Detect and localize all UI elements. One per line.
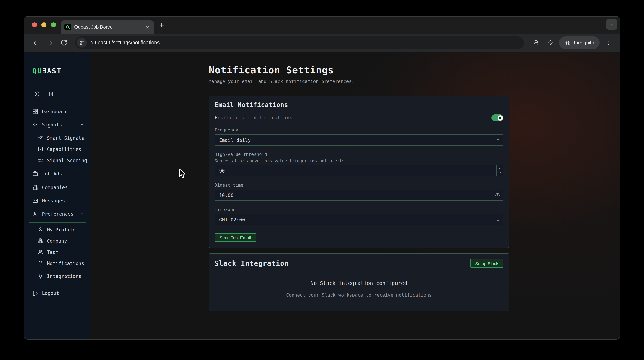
queast-logo: QUƎAST	[32, 67, 90, 75]
sidebar-collapse-button[interactable]	[46, 89, 55, 98]
digest-time-value: 10:00	[219, 192, 234, 198]
url-text: qu.east.fi/settings/notifications	[90, 40, 160, 46]
threshold-input[interactable]: 90	[214, 165, 503, 176]
slack-card-title: Slack Integration	[214, 259, 289, 267]
main-content: Notification Settings Manage your email …	[90, 52, 620, 340]
number-spinner[interactable]	[496, 165, 503, 176]
tab-strip: Queast Job Board	[24, 16, 620, 33]
clock-icon[interactable]	[495, 193, 500, 198]
user-icon	[38, 227, 43, 232]
divider	[29, 285, 85, 285]
timezone-label: Timezone	[214, 207, 503, 212]
sidebar-item-messages[interactable]: Messages	[24, 195, 90, 206]
sidebar-item-signal-scoring[interactable]: Signal Scoring	[24, 155, 90, 166]
chevron-down-icon	[80, 122, 84, 127]
timezone-select[interactable]: GMT+02:00	[214, 214, 503, 225]
divider	[29, 221, 86, 223]
sidebar-item-dashboard[interactable]: Dashboard	[24, 106, 90, 117]
dashboard-icon	[32, 108, 38, 114]
url-bar[interactable]: qu.east.fi/settings/notifications	[75, 36, 524, 49]
toggle-knob	[497, 115, 503, 120]
spinner-up-icon	[498, 167, 502, 170]
email-card-title: Email Notifications	[214, 101, 503, 109]
sidebar-item-companies[interactable]: Companies	[24, 182, 90, 193]
sparkles-icon	[38, 135, 43, 141]
sidebar-nav: Dashboard Signals	[24, 106, 90, 299]
users-icon	[38, 249, 43, 255]
plug-icon	[38, 273, 43, 279]
sidebar-item-preferences[interactable]: Preferences	[24, 208, 90, 219]
sparkles-icon	[32, 122, 38, 127]
back-button[interactable]	[30, 37, 41, 48]
briefcase-icon	[32, 171, 38, 176]
incognito-badge: Incognito	[559, 36, 600, 49]
site-favicon-icon	[64, 24, 71, 30]
sidebar-item-signals[interactable]: Signals	[24, 119, 90, 130]
spinner-down-icon	[498, 171, 502, 175]
page-title: Notification Settings	[209, 65, 509, 75]
screenshot-stage: Queast Job Board	[0, 0, 644, 360]
sidebar-item-notifications[interactable]: Notifications	[24, 258, 90, 269]
sidebar-item-job-ads[interactable]: Job Ads	[24, 168, 90, 179]
square-check-icon	[38, 146, 43, 152]
send-test-email-button[interactable]: Send Test Email	[214, 233, 256, 242]
forward-button[interactable]	[44, 37, 55, 48]
threshold-label: High-value threshold	[214, 152, 503, 157]
incognito-label: Incognito	[574, 40, 594, 46]
enable-email-toggle[interactable]	[491, 114, 503, 121]
bell-icon	[38, 261, 43, 266]
sidebar-item-integrations[interactable]: Integrations	[24, 270, 90, 282]
sidebar-item-company[interactable]: Company	[24, 235, 90, 246]
logout-icon	[32, 290, 38, 296]
digest-time-input[interactable]: 10:00	[214, 190, 503, 201]
sidebar-item-my-profile[interactable]: My Profile	[24, 224, 90, 235]
frequency-label: Frequency	[214, 127, 503, 132]
bookmark-star-icon[interactable]	[545, 37, 556, 48]
slack-empty-help: Connect your Slack workspace to receive …	[214, 292, 503, 298]
building-icon	[38, 238, 43, 244]
browser-menu-icon[interactable]	[603, 37, 614, 48]
window-minimize-button[interactable]	[42, 22, 46, 27]
terms-of-service-link[interactable]: Terms of Service	[286, 339, 328, 340]
window-zoom-button[interactable]	[51, 22, 56, 27]
divider	[29, 269, 86, 270]
threshold-help: Scores at or above this value trigger in…	[214, 158, 503, 163]
sun-icon	[34, 91, 40, 97]
sliders-icon	[38, 158, 43, 163]
chevrons-up-down-icon	[496, 218, 500, 222]
timezone-value: GMT+02:00	[219, 217, 245, 223]
slack-empty-title: No Slack integration configured	[214, 280, 503, 286]
building-icon	[32, 184, 38, 190]
slack-integration-card: Slack Integration Setup Slack No Slack i…	[209, 253, 509, 312]
new-tab-button[interactable]	[158, 22, 165, 28]
mail-icon	[32, 198, 38, 203]
tab-search-button[interactable]	[606, 19, 618, 30]
tab-title: Queast Job Board	[74, 24, 144, 29]
browser-toolbar: qu.east.fi/settings/notifications Incogn…	[24, 33, 620, 52]
setup-slack-button[interactable]: Setup Slack	[470, 259, 503, 268]
browser-window: Queast Job Board	[24, 16, 620, 340]
reload-button[interactable]	[58, 37, 69, 48]
sidebar: QUƎAST	[24, 52, 90, 340]
tab-close-icon[interactable]	[144, 24, 151, 30]
browser-tab[interactable]: Queast Job Board	[60, 20, 154, 33]
panel-collapse-icon	[47, 91, 53, 97]
theme-toggle-button[interactable]	[32, 89, 42, 98]
frequency-select[interactable]: Email daily	[214, 134, 503, 146]
sidebar-item-logout[interactable]: Logout	[24, 287, 90, 299]
page-subtitle: Manage your email and Slack notification…	[209, 79, 509, 84]
email-notifications-card: Email Notifications Enable email notific…	[209, 96, 509, 248]
sidebar-item-capabilities[interactable]: Capabilities	[24, 143, 90, 155]
sidebar-item-smart-signals[interactable]: Smart Signals	[24, 132, 90, 143]
sidebar-item-team[interactable]: Team	[24, 246, 90, 258]
threshold-value: 90	[219, 168, 225, 174]
digest-time-label: Digest time	[214, 182, 503, 187]
chevron-down-icon	[80, 212, 84, 216]
page-footer: Terms of Service • © 2025 East Interacti…	[209, 339, 509, 340]
chevrons-up-down-icon	[496, 138, 500, 142]
zoom-icon[interactable]	[531, 37, 542, 48]
enable-email-label: Enable email notifications	[214, 115, 292, 121]
window-close-button[interactable]	[32, 22, 37, 27]
site-settings-icon[interactable]	[77, 38, 87, 48]
incognito-icon	[564, 39, 571, 46]
